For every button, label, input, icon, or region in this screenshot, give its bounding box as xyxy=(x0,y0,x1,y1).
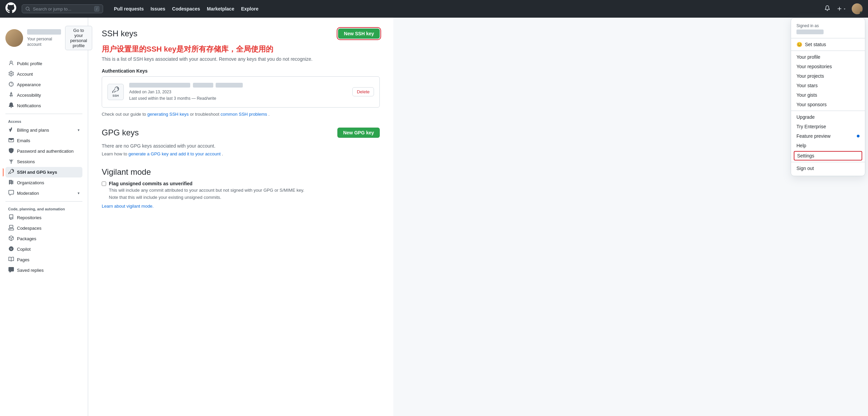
repo-icon xyxy=(8,214,14,221)
search-input[interactable] xyxy=(33,6,92,12)
gpg-learn-text: Learn how to generate a GPG key and add … xyxy=(102,151,380,156)
sidebar-label-pages: Pages xyxy=(17,257,29,262)
ssh-check-out-text: Check out our guide to generating SSH ke… xyxy=(102,112,380,117)
topnav-right xyxy=(823,3,863,14)
github-logo[interactable] xyxy=(5,2,16,15)
vigilant-checkbox-label[interactable]: Flag unsigned commits as unverified xyxy=(109,181,193,186)
sidebar-item-public-profile[interactable]: Public profile xyxy=(5,58,82,69)
learn-vigilant-mode-link[interactable]: Learn about vigilant mode. xyxy=(102,204,380,209)
notifications-button[interactable] xyxy=(823,4,831,14)
key-last-used: Last used within the last 3 months — Rea… xyxy=(129,95,347,102)
code-section-label: Code, planning, and automation xyxy=(5,204,82,212)
top-navigation: / Pull requests Issues Codespaces Market… xyxy=(0,0,868,18)
goto-profile-button[interactable]: Go to your personal profile xyxy=(65,26,92,50)
dropdown-feature-preview[interactable]: Feature preview xyxy=(791,131,865,141)
sidebar-label-billing: Billing and plans xyxy=(17,128,49,133)
sidebar-item-codespaces[interactable]: Codespaces xyxy=(5,223,82,233)
chevron-down-icon: ▾ xyxy=(78,128,80,132)
sidebar-label-organizations: Organizations xyxy=(17,180,44,185)
sidebar-label-copilot: Copilot xyxy=(17,247,31,252)
ssh-key-card: SSH Added on Jan 13, 2023 Last used with… xyxy=(102,76,380,108)
vigilant-checkbox[interactable] xyxy=(102,182,106,186)
key-name xyxy=(129,82,347,88)
sidebar-item-copilot[interactable]: Copilot xyxy=(5,244,82,254)
dropdown-settings[interactable]: Settings xyxy=(794,151,862,160)
key-added: Added on Jan 13, 2023 xyxy=(129,89,347,95)
search-bar[interactable]: / xyxy=(22,4,103,13)
generating-ssh-keys-link[interactable]: generating SSH keys xyxy=(147,112,189,117)
nav-explore[interactable]: Explore xyxy=(238,5,261,13)
key-icon xyxy=(8,169,14,175)
gear-icon xyxy=(8,71,14,77)
sidebar-label-moderation: Moderation xyxy=(17,191,39,196)
sidebar-item-appearance[interactable]: Appearance xyxy=(5,79,82,90)
sidebar-item-accessibility[interactable]: Accessibility xyxy=(5,90,82,100)
new-gpg-key-button[interactable]: New GPG key xyxy=(337,128,380,138)
generate-gpg-key-link[interactable]: generate a GPG key and add it to your ac… xyxy=(129,151,221,156)
sidebar-item-billing[interactable]: Billing and plans ▾ xyxy=(5,125,82,135)
sidebar-item-sessions[interactable]: Sessions xyxy=(5,156,82,167)
broadcast-icon xyxy=(8,158,14,165)
new-ssh-key-button[interactable]: New SSH key xyxy=(338,29,380,39)
key-hash-blurred-2 xyxy=(216,83,243,88)
sidebar-item-notifications[interactable]: Notifications xyxy=(5,100,82,111)
common-ssh-problems-link[interactable]: common SSH problems xyxy=(221,112,267,117)
sidebar-item-saved-replies[interactable]: Saved replies xyxy=(5,265,82,276)
package-icon xyxy=(8,235,14,242)
dropdown-upgrade[interactable]: Upgrade xyxy=(791,112,865,122)
nav-marketplace[interactable]: Marketplace xyxy=(204,5,237,13)
delete-key-button[interactable]: Delete xyxy=(352,87,374,96)
vigilant-desc-1: This will include any commit attributed … xyxy=(109,187,304,194)
dropdown-your-repositories[interactable]: Your repositories xyxy=(791,62,865,71)
saved-replies-icon xyxy=(8,267,14,273)
ssh-section-header: SSH keys New SSH key xyxy=(102,29,380,39)
sidebar-label-sessions: Sessions xyxy=(17,159,35,164)
vigilant-title: Vigilant mode xyxy=(102,167,380,177)
sidebar-label-packages: Packages xyxy=(17,236,36,241)
sidebar-item-password[interactable]: Password and authentication xyxy=(5,146,82,156)
sidebar-item-packages[interactable]: Packages xyxy=(5,233,82,244)
sidebar-item-repositories[interactable]: Repositories xyxy=(5,212,82,223)
auth-keys-label: Authentication Keys xyxy=(102,68,380,74)
dropdown-try-enterprise[interactable]: Try Enterprise xyxy=(791,122,865,131)
sidebar-item-pages[interactable]: Pages xyxy=(5,254,82,265)
key-hash-blurred xyxy=(193,83,213,88)
main-content: SSH keys New SSH key 用户设置里的SSH key是对所有存储… xyxy=(88,18,393,416)
gpg-description: There are no GPG keys associated with yo… xyxy=(102,143,380,149)
nav-pull-requests[interactable]: Pull requests xyxy=(111,5,146,13)
access-section-label: Access xyxy=(5,117,82,125)
nav-codespaces[interactable]: Codespaces xyxy=(170,5,203,13)
sidebar-item-organizations[interactable]: Organizations xyxy=(5,177,82,188)
person-icon xyxy=(8,60,14,67)
sidebar-label-password: Password and authentication xyxy=(17,149,74,154)
feature-preview-dot xyxy=(857,135,860,137)
sidebar-item-emails[interactable]: Emails xyxy=(5,135,82,146)
nav-issues[interactable]: Issues xyxy=(148,5,168,13)
dropdown-your-gists[interactable]: Your gists xyxy=(791,90,865,100)
sidebar-item-moderation[interactable]: Moderation ▾ xyxy=(5,188,82,198)
dropdown-your-stars[interactable]: Your stars xyxy=(791,81,865,90)
vigilant-desc-2: Note that this will include your existin… xyxy=(109,194,304,201)
account-name-blurred xyxy=(27,29,61,35)
sidebar-label-emails: Emails xyxy=(17,138,30,143)
dropdown-help[interactable]: Help xyxy=(791,141,865,150)
create-new-button[interactable] xyxy=(835,5,848,13)
vigilant-section: Vigilant mode Flag unsigned commits as u… xyxy=(102,167,380,209)
dropdown-your-sponsors[interactable]: Your sponsors xyxy=(791,100,865,109)
copilot-icon xyxy=(8,246,14,252)
sidebar-label-notifications: Notifications xyxy=(17,103,41,108)
sidebar-label-ssh-gpg: SSH and GPG keys xyxy=(17,170,57,175)
dropdown-your-projects[interactable]: Your projects xyxy=(791,71,865,81)
nav-links: Pull requests Issues Codespaces Marketpl… xyxy=(111,5,261,13)
mail-icon xyxy=(8,137,14,144)
dropdown-divider-3 xyxy=(791,162,865,162)
dropdown-set-status[interactable]: 😊 Set status xyxy=(791,40,865,49)
gpg-section-title: GPG keys xyxy=(102,128,139,137)
dropdown-divider-2 xyxy=(791,111,865,111)
sidebar-item-account[interactable]: Account xyxy=(5,69,82,79)
avatar-status-dot xyxy=(860,12,863,14)
sidebar-item-ssh-gpg[interactable]: SSH and GPG keys xyxy=(5,167,82,177)
dropdown-sign-out[interactable]: Sign out xyxy=(791,164,865,173)
user-avatar[interactable] xyxy=(852,3,863,14)
dropdown-your-profile[interactable]: Your profile xyxy=(791,52,865,62)
